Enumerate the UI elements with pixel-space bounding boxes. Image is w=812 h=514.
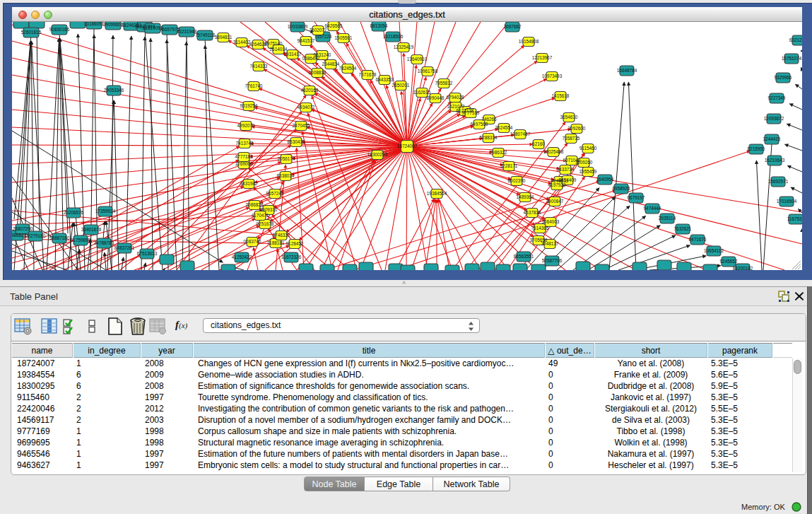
svg-text:3048137: 3048137 <box>541 241 559 246</box>
svg-text:4170471: 4170471 <box>252 213 269 218</box>
svg-text:2344834: 2344834 <box>322 62 340 66</box>
svg-text:1162615: 1162615 <box>413 90 431 95</box>
svg-text:7414333: 7414333 <box>250 64 268 69</box>
svg-text:8746331: 8746331 <box>273 233 290 238</box>
svg-text:3654610: 3654610 <box>560 115 578 119</box>
svg-text:3092600: 3092600 <box>568 126 586 131</box>
svg-text:19384554: 19384554 <box>427 191 447 196</box>
svg-text:0008838: 0008838 <box>309 70 326 75</box>
svg-text:57986828: 57986828 <box>12 233 27 238</box>
svg-text:1269060: 1269060 <box>235 161 253 166</box>
svg-text:50587706: 50587706 <box>542 258 563 263</box>
svg-text:7188181: 7188181 <box>267 240 285 245</box>
svg-text:75749118: 75749118 <box>195 33 215 37</box>
svg-text:19218506: 19218506 <box>383 34 404 39</box>
svg-text:67513613: 67513613 <box>137 251 158 256</box>
svg-text:2935114: 2935114 <box>659 216 676 221</box>
svg-text:2687682: 2687682 <box>504 24 522 29</box>
svg-text:8002390: 8002390 <box>508 178 526 183</box>
svg-text:15692971: 15692971 <box>768 179 789 184</box>
svg-text:8530435: 8530435 <box>288 139 305 144</box>
svg-text:10025488: 10025488 <box>543 149 564 154</box>
svg-text:1489364: 1489364 <box>517 194 534 199</box>
svg-text:1167533: 1167533 <box>787 216 802 221</box>
svg-text:17016504: 17016504 <box>777 199 797 204</box>
svg-text:58887180: 58887180 <box>49 235 70 240</box>
svg-text:4197923: 4197923 <box>548 182 566 187</box>
svg-text:10961758: 10961758 <box>418 69 438 74</box>
svg-text:2470455: 2470455 <box>293 123 310 128</box>
svg-text:22279180: 22279180 <box>25 233 46 238</box>
svg-text:3114402: 3114402 <box>233 40 251 45</box>
svg-text:9227349: 9227349 <box>768 95 786 100</box>
svg-text:1244415: 1244415 <box>763 136 781 141</box>
svg-text:9657249: 9657249 <box>266 191 284 196</box>
svg-text:8215955: 8215955 <box>748 146 765 151</box>
svg-text:7358735: 7358735 <box>563 136 580 141</box>
svg-text:3064003: 3064003 <box>542 219 560 224</box>
svg-text:18724007: 18724007 <box>397 144 418 148</box>
svg-text:9841537: 9841537 <box>298 38 315 43</box>
svg-text:4934072: 4934072 <box>298 105 315 110</box>
svg-text:8813054: 8813054 <box>370 23 388 28</box>
svg-text:4992070: 4992070 <box>237 123 255 128</box>
svg-text:62160: 62160 <box>532 141 545 146</box>
svg-text:34788783: 34788783 <box>94 240 114 245</box>
svg-text:9245652: 9245652 <box>720 259 738 264</box>
svg-text:7413748: 7413748 <box>236 141 254 146</box>
svg-text:4620168: 4620168 <box>301 88 319 93</box>
svg-text:12213967: 12213967 <box>532 55 553 60</box>
svg-text:33401878: 33401878 <box>81 227 102 232</box>
svg-text:31672326: 31672326 <box>281 255 302 259</box>
svg-text:0251678: 0251678 <box>257 221 274 226</box>
svg-text:5894811: 5894811 <box>215 35 233 40</box>
svg-text:4537838: 4537838 <box>524 210 541 215</box>
svg-text:01759898: 01759898 <box>71 238 91 243</box>
svg-text:3228171: 3228171 <box>500 163 518 168</box>
svg-text:1955459: 1955459 <box>579 169 597 174</box>
svg-text:90830166: 90830166 <box>49 27 70 32</box>
svg-text:10807487: 10807487 <box>510 132 531 136</box>
svg-text:13186091: 13186091 <box>84 22 105 26</box>
svg-text:9128452: 9128452 <box>286 241 304 246</box>
svg-text:18300295: 18300295 <box>367 152 388 157</box>
svg-text:6794028: 6794028 <box>447 95 464 100</box>
svg-text:8338014: 8338014 <box>277 173 295 178</box>
svg-text:1931417: 1931417 <box>284 52 302 57</box>
svg-text:7632621: 7632621 <box>674 226 692 231</box>
svg-text:43231948: 43231948 <box>177 29 197 34</box>
svg-text:29053346: 29053346 <box>104 88 124 93</box>
svg-text:4431982: 4431982 <box>240 181 258 186</box>
svg-text:6679197: 6679197 <box>628 195 645 200</box>
svg-text:12093872: 12093872 <box>764 116 784 121</box>
svg-text:15751074: 15751074 <box>782 56 802 61</box>
svg-text:8990448: 8990448 <box>427 95 445 100</box>
svg-text:7824504: 7824504 <box>339 66 357 71</box>
svg-text:6497568: 6497568 <box>471 122 488 127</box>
svg-text:10973493: 10973493 <box>542 74 563 78</box>
svg-text:7602077: 7602077 <box>310 28 327 33</box>
svg-text:8958928: 8958928 <box>613 186 630 191</box>
svg-text:2086828: 2086828 <box>246 202 264 207</box>
svg-text:1505561: 1505561 <box>335 35 353 40</box>
svg-text:7986322: 7986322 <box>490 150 507 155</box>
svg-text:5288314: 5288314 <box>480 135 498 140</box>
svg-text:10033809: 10033809 <box>288 24 308 29</box>
svg-text:6426565: 6426565 <box>325 23 343 28</box>
svg-text:2614014: 2614014 <box>270 47 288 52</box>
svg-text:4777183: 4777183 <box>235 154 253 159</box>
svg-text:3433734: 3433734 <box>557 167 575 172</box>
svg-text:9115460: 9115460 <box>579 146 597 151</box>
svg-text:2650201: 2650201 <box>392 83 410 88</box>
svg-text:0083740: 0083740 <box>244 239 261 244</box>
svg-text:28807290: 28807290 <box>13 226 33 231</box>
svg-text:7614365: 7614365 <box>531 226 549 230</box>
svg-text:84837261: 84837261 <box>114 245 135 250</box>
svg-text:0831240: 0831240 <box>314 52 331 57</box>
svg-text:88200182: 88200182 <box>733 266 753 270</box>
svg-text:8975140: 8975140 <box>265 41 283 46</box>
svg-text:7357224: 7357224 <box>314 34 332 39</box>
svg-text:9329966: 9329966 <box>775 75 792 80</box>
svg-text:41252427: 41252427 <box>232 255 252 259</box>
svg-text:20206576: 20206576 <box>64 210 84 215</box>
